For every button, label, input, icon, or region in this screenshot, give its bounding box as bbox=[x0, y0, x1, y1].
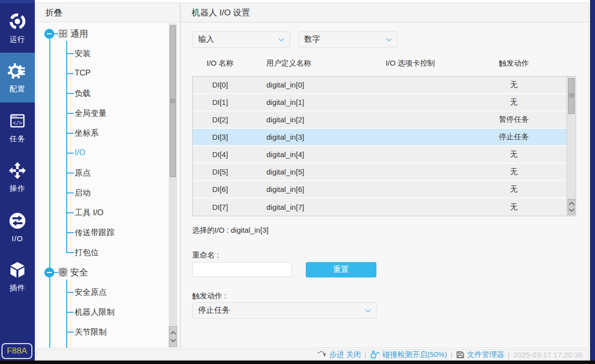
tree-section-1[interactable]: 安全 bbox=[70, 267, 88, 278]
column-header: 用户定义名称 bbox=[247, 59, 359, 68]
step-arrow-icon bbox=[317, 351, 327, 359]
sidebar-item-label: 运行 bbox=[9, 35, 25, 44]
tree-item-0-3[interactable]: 全局变量 bbox=[75, 108, 107, 119]
panel-title: 机器人 I/O 设置 bbox=[181, 3, 589, 22]
column-header: I/O 选项卡控制 bbox=[359, 59, 461, 68]
selected-io-label: 选择的I/O : digital_in[3] bbox=[192, 226, 268, 235]
window-bottom-border bbox=[0, 361, 595, 364]
tree-section-0[interactable]: 通用 bbox=[70, 28, 88, 40]
tree-item-0-1[interactable]: TCP bbox=[75, 69, 91, 78]
sidebar-item-label: 配置 bbox=[9, 85, 25, 94]
tree-connector bbox=[66, 192, 74, 193]
tree-item-0-2[interactable]: 负载 bbox=[75, 89, 91, 99]
cell-trigger-action: 无 bbox=[461, 184, 567, 194]
step-mode-status[interactable]: 步进 关闭 bbox=[317, 350, 361, 360]
separator: | bbox=[508, 351, 510, 359]
sidebar-item-0[interactable]: 运行 bbox=[0, 3, 35, 53]
sidebar-item-2[interactable]: </>任务 bbox=[0, 102, 35, 152]
tree-item-0-9[interactable]: 传送带跟踪 bbox=[75, 228, 115, 238]
tree-item-0-4[interactable]: 坐标系 bbox=[75, 128, 99, 139]
cell-io-name: DI[5] bbox=[193, 168, 247, 176]
tree-connector bbox=[66, 93, 74, 94]
window-right-border bbox=[590, 0, 595, 361]
tree-connector bbox=[66, 232, 74, 233]
tree-branch-line bbox=[66, 41, 67, 253]
tree-root-line bbox=[49, 34, 50, 348]
scroll-down-icon[interactable] bbox=[170, 339, 176, 342]
column-header: I/O 名称 bbox=[193, 59, 247, 68]
cell-trigger-action: 暂停任务 bbox=[461, 115, 567, 124]
tree-collapse-node[interactable] bbox=[44, 268, 54, 277]
tree-item-0-5[interactable]: I/O bbox=[75, 148, 85, 157]
run-icon bbox=[7, 11, 27, 31]
tree-connector bbox=[66, 312, 74, 313]
cell-user-name: digital_in[5] bbox=[247, 168, 359, 176]
cell-user-name: digital_in[6] bbox=[247, 185, 359, 193]
tree-scrollbar-track[interactable] bbox=[169, 23, 177, 347]
tree-connector bbox=[66, 113, 74, 114]
device-badge[interactable]: F88A bbox=[1, 343, 32, 359]
tree-item-0-7[interactable]: 启动 bbox=[75, 188, 91, 198]
tree-item-1-0[interactable]: 安全原点 bbox=[75, 287, 107, 298]
io-type-dropdown[interactable]: 数字 bbox=[298, 31, 398, 48]
rename-input[interactable] bbox=[192, 262, 292, 277]
chevron-down-icon bbox=[386, 38, 392, 42]
sidebar-item-3[interactable]: 操作 bbox=[0, 152, 35, 202]
sidebar-item-1[interactable]: 配置 bbox=[0, 53, 35, 102]
tree-item-0-6[interactable]: 原点 bbox=[75, 168, 91, 179]
cell-io-name: DI[3] bbox=[193, 133, 247, 141]
step-mode-label: 步进 关闭 bbox=[329, 350, 361, 360]
table-scrollbar-track[interactable] bbox=[567, 77, 576, 216]
cell-io-name: DI[4] bbox=[193, 150, 247, 159]
reset-button[interactable]: 重置 bbox=[306, 262, 376, 277]
cell-trigger-action: 无 bbox=[461, 167, 567, 177]
scroll-down-icon[interactable] bbox=[569, 208, 575, 212]
tree-panel: 折叠 通用安装TCP负载全局变量坐标系I/O原点启动工具 I/O传送带跟踪打包位… bbox=[36, 2, 180, 348]
trigger-action-dropdown[interactable]: 停止任务 bbox=[192, 302, 377, 319]
io-settings-panel: 机器人 I/O 设置 输入 数字 I/O 名称用户定义名称I/O 选项卡控制触发… bbox=[180, 2, 589, 348]
tree-scrollbar-thumb[interactable] bbox=[170, 25, 176, 177]
table-row[interactable]: DI[2]digital_in[2]暂停任务 bbox=[193, 111, 567, 129]
tree-item-0-0[interactable]: 安装 bbox=[75, 49, 91, 59]
sidebar-item-label: 操作 bbox=[9, 184, 25, 193]
tree-collapse-node[interactable] bbox=[44, 29, 54, 39]
trigger-action-label: 触发动作 : bbox=[192, 291, 226, 301]
tree-collapse-header[interactable]: 折叠 bbox=[36, 3, 180, 22]
cell-user-name: digital_in[1] bbox=[247, 98, 359, 106]
tree-connector bbox=[66, 332, 74, 333]
cell-io-name: DI[6] bbox=[193, 185, 247, 193]
tree-item-1-1[interactable]: 机器人限制 bbox=[75, 307, 115, 318]
table-row[interactable]: DI[1]digital_in[1]无 bbox=[193, 94, 567, 111]
table-scroll-buttons[interactable] bbox=[568, 199, 575, 215]
cell-io-name: DI[7] bbox=[193, 203, 247, 211]
table-scrollbar-thumb[interactable] bbox=[568, 78, 575, 114]
sidebar-item-label: 插件 bbox=[9, 283, 25, 293]
tree-connector bbox=[66, 133, 74, 134]
status-timestamp: 2025-03-17 17:20:35 bbox=[513, 351, 583, 359]
tree-scroll-buttons[interactable] bbox=[169, 326, 177, 347]
table-row[interactable]: DI[7]digital_in[7]无 bbox=[193, 198, 567, 216]
io-direction-dropdown[interactable]: 输入 bbox=[192, 31, 290, 48]
tree-item-1-2[interactable]: 关节限制 bbox=[75, 327, 107, 338]
table-row[interactable]: DI[3]digital_in[3]停止任务 bbox=[193, 129, 567, 146]
scroll-up-icon[interactable] bbox=[569, 202, 575, 205]
table-row[interactable]: DI[4]digital_in[4]无 bbox=[193, 146, 567, 164]
file-manager-label: 文件管理器 bbox=[467, 350, 504, 360]
grid-icon bbox=[58, 29, 68, 38]
scroll-up-icon[interactable] bbox=[170, 331, 176, 335]
tree-item-0-8[interactable]: 工具 I/O bbox=[75, 208, 104, 218]
table-row[interactable]: DI[6]digital_in[6]无 bbox=[193, 181, 567, 198]
sidebar-item-label: I/O bbox=[11, 234, 23, 243]
cell-trigger-action: 无 bbox=[461, 150, 567, 159]
sidebar-item-5[interactable]: 插件 bbox=[0, 252, 35, 301]
sidebar-items: 运行配置</>任务操作I/O插件 bbox=[0, 3, 35, 301]
tree-item-0-10[interactable]: 打包位 bbox=[75, 248, 99, 258]
table-row[interactable]: DI[0]digital_in[0]无 bbox=[193, 77, 567, 94]
sidebar-item-4[interactable]: I/O bbox=[0, 202, 35, 252]
collision-detect-status[interactable]: 碰撞检测开启(50%) bbox=[370, 350, 447, 360]
tree-connector bbox=[66, 73, 74, 74]
scrollbar-grip-icon bbox=[170, 99, 175, 103]
sidebar: 运行配置</>任务操作I/O插件 F88A bbox=[0, 0, 35, 361]
table-row[interactable]: DI[5]digital_in[5]无 bbox=[193, 164, 567, 181]
file-manager-status[interactable]: 文件管理器 bbox=[456, 350, 504, 360]
